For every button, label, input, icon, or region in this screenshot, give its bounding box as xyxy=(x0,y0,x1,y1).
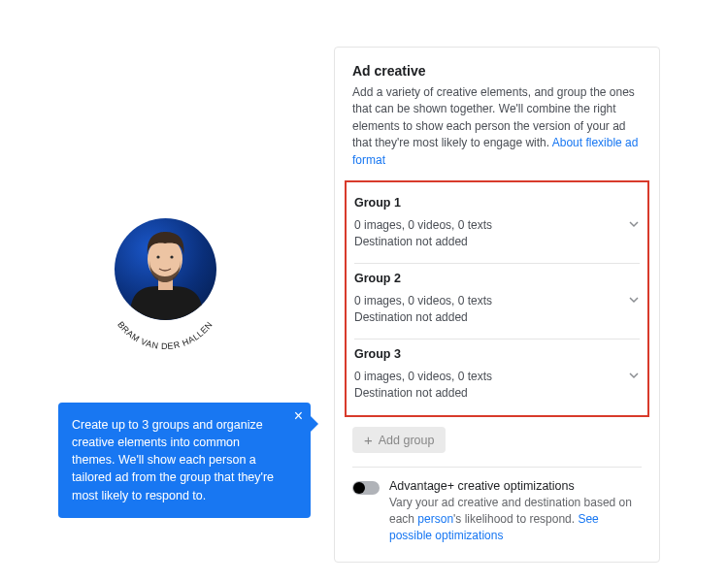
panel-description: Add a variety of creative elements, and … xyxy=(352,84,642,169)
close-icon[interactable]: × xyxy=(294,408,303,424)
chevron-down-icon[interactable] xyxy=(628,218,640,230)
advantage-plus-toggle[interactable] xyxy=(352,481,380,495)
optimization-subtext: Vary your ad creative and destination ba… xyxy=(389,496,632,542)
svg-text:BRAM VAN DER HALLEN: BRAM VAN DER HALLEN xyxy=(116,320,215,349)
plus-icon: + xyxy=(364,433,373,447)
creative-group[interactable]: Group 2 0 images, 0 videos, 0 texts Dest… xyxy=(354,264,640,337)
group-title: Group 3 xyxy=(354,347,640,361)
svg-point-4 xyxy=(170,255,173,258)
svg-point-3 xyxy=(156,255,159,258)
chevron-down-icon[interactable] xyxy=(628,370,640,381)
group-stats: 0 images, 0 videos, 0 texts xyxy=(354,217,640,234)
person-link[interactable]: person xyxy=(417,512,453,526)
tooltip-text: Create up to 3 groups and organize creat… xyxy=(72,418,274,502)
creative-group[interactable]: Group 3 0 images, 0 videos, 0 texts Dest… xyxy=(354,340,640,412)
group-stats: 0 images, 0 videos, 0 texts xyxy=(354,369,640,385)
creative-group[interactable]: Group 1 0 images, 0 videos, 0 texts Dest… xyxy=(354,188,640,261)
group-title: Group 2 xyxy=(354,272,640,285)
avatar xyxy=(115,218,216,320)
group-destination: Destination not added xyxy=(354,234,640,250)
divider xyxy=(352,467,642,468)
optimization-row: Advantage+ creative optimizations Vary y… xyxy=(352,479,642,543)
info-tooltip: × Create up to 3 groups and organize cre… xyxy=(58,403,311,518)
groups-highlight-box: Group 1 0 images, 0 videos, 0 texts Dest… xyxy=(345,180,649,417)
ad-creative-panel: Ad creative Add a variety of creative el… xyxy=(334,47,660,563)
optimization-title: Advantage+ creative optimizations xyxy=(389,479,642,493)
group-destination: Destination not added xyxy=(354,385,640,402)
chevron-down-icon[interactable] xyxy=(628,294,640,306)
group-title: Group 1 xyxy=(354,196,640,210)
panel-title: Ad creative xyxy=(352,63,642,79)
avatar-person-icon xyxy=(115,218,216,320)
group-destination: Destination not added xyxy=(354,309,640,326)
group-stats: 0 images, 0 videos, 0 texts xyxy=(354,293,640,309)
add-group-label: Add group xyxy=(379,434,435,447)
add-group-button[interactable]: + Add group xyxy=(352,427,446,453)
author-avatar-block: BRAM VAN DER HALLEN xyxy=(97,218,233,320)
